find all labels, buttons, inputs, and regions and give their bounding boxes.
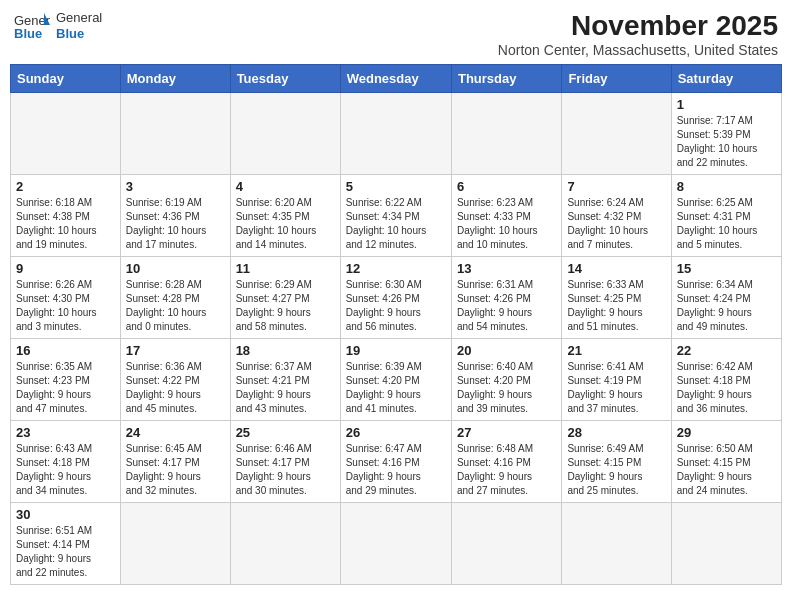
day-info: Sunrise: 6:39 AM Sunset: 4:20 PM Dayligh…	[346, 360, 446, 416]
day-info: Sunrise: 6:34 AM Sunset: 4:24 PM Dayligh…	[677, 278, 776, 334]
day-info: Sunrise: 6:33 AM Sunset: 4:25 PM Dayligh…	[567, 278, 665, 334]
day-number: 20	[457, 343, 556, 358]
day-number: 25	[236, 425, 335, 440]
calendar-cell: 22Sunrise: 6:42 AM Sunset: 4:18 PM Dayli…	[671, 339, 781, 421]
day-info: Sunrise: 6:22 AM Sunset: 4:34 PM Dayligh…	[346, 196, 446, 252]
logo-general-text: General	[56, 10, 102, 26]
logo-blue-text: Blue	[56, 26, 102, 42]
day-info: Sunrise: 7:17 AM Sunset: 5:39 PM Dayligh…	[677, 114, 776, 170]
day-number: 7	[567, 179, 665, 194]
day-number: 21	[567, 343, 665, 358]
day-number: 9	[16, 261, 115, 276]
calendar-cell: 29Sunrise: 6:50 AM Sunset: 4:15 PM Dayli…	[671, 421, 781, 503]
calendar-cell: 28Sunrise: 6:49 AM Sunset: 4:15 PM Dayli…	[562, 421, 671, 503]
calendar-cell: 6Sunrise: 6:23 AM Sunset: 4:33 PM Daylig…	[451, 175, 561, 257]
calendar-cell	[451, 93, 561, 175]
week-row-4: 16Sunrise: 6:35 AM Sunset: 4:23 PM Dayli…	[11, 339, 782, 421]
day-number: 8	[677, 179, 776, 194]
calendar-cell: 8Sunrise: 6:25 AM Sunset: 4:31 PM Daylig…	[671, 175, 781, 257]
day-number: 24	[126, 425, 225, 440]
calendar-cell: 27Sunrise: 6:48 AM Sunset: 4:16 PM Dayli…	[451, 421, 561, 503]
calendar-cell	[120, 503, 230, 585]
calendar-cell	[340, 503, 451, 585]
day-info: Sunrise: 6:23 AM Sunset: 4:33 PM Dayligh…	[457, 196, 556, 252]
day-number: 5	[346, 179, 446, 194]
calendar-cell: 17Sunrise: 6:36 AM Sunset: 4:22 PM Dayli…	[120, 339, 230, 421]
day-number: 14	[567, 261, 665, 276]
calendar-cell	[120, 93, 230, 175]
day-info: Sunrise: 6:43 AM Sunset: 4:18 PM Dayligh…	[16, 442, 115, 498]
day-info: Sunrise: 6:31 AM Sunset: 4:26 PM Dayligh…	[457, 278, 556, 334]
svg-text:Blue: Blue	[14, 26, 42, 41]
logo: General Blue General Blue	[14, 10, 102, 41]
calendar-cell	[230, 93, 340, 175]
day-info: Sunrise: 6:50 AM Sunset: 4:15 PM Dayligh…	[677, 442, 776, 498]
logo-icon: General Blue	[14, 11, 50, 41]
day-number: 29	[677, 425, 776, 440]
calendar-cell: 21Sunrise: 6:41 AM Sunset: 4:19 PM Dayli…	[562, 339, 671, 421]
month-title: November 2025	[498, 10, 778, 42]
weekday-header-row: SundayMondayTuesdayWednesdayThursdayFrid…	[11, 65, 782, 93]
header: General Blue General Blue November 2025 …	[10, 10, 782, 58]
calendar-cell	[230, 503, 340, 585]
calendar-cell: 15Sunrise: 6:34 AM Sunset: 4:24 PM Dayli…	[671, 257, 781, 339]
calendar-cell: 4Sunrise: 6:20 AM Sunset: 4:35 PM Daylig…	[230, 175, 340, 257]
calendar-cell: 20Sunrise: 6:40 AM Sunset: 4:20 PM Dayli…	[451, 339, 561, 421]
day-info: Sunrise: 6:46 AM Sunset: 4:17 PM Dayligh…	[236, 442, 335, 498]
calendar-cell: 25Sunrise: 6:46 AM Sunset: 4:17 PM Dayli…	[230, 421, 340, 503]
day-info: Sunrise: 6:24 AM Sunset: 4:32 PM Dayligh…	[567, 196, 665, 252]
day-info: Sunrise: 6:37 AM Sunset: 4:21 PM Dayligh…	[236, 360, 335, 416]
day-number: 12	[346, 261, 446, 276]
day-number: 22	[677, 343, 776, 358]
day-number: 3	[126, 179, 225, 194]
day-number: 17	[126, 343, 225, 358]
day-number: 23	[16, 425, 115, 440]
day-info: Sunrise: 6:28 AM Sunset: 4:28 PM Dayligh…	[126, 278, 225, 334]
calendar-cell	[451, 503, 561, 585]
calendar-cell: 26Sunrise: 6:47 AM Sunset: 4:16 PM Dayli…	[340, 421, 451, 503]
calendar-cell: 13Sunrise: 6:31 AM Sunset: 4:26 PM Dayli…	[451, 257, 561, 339]
calendar-cell	[11, 93, 121, 175]
day-number: 19	[346, 343, 446, 358]
day-info: Sunrise: 6:20 AM Sunset: 4:35 PM Dayligh…	[236, 196, 335, 252]
calendar-cell: 3Sunrise: 6:19 AM Sunset: 4:36 PM Daylig…	[120, 175, 230, 257]
day-number: 4	[236, 179, 335, 194]
day-number: 2	[16, 179, 115, 194]
day-info: Sunrise: 6:47 AM Sunset: 4:16 PM Dayligh…	[346, 442, 446, 498]
day-info: Sunrise: 6:40 AM Sunset: 4:20 PM Dayligh…	[457, 360, 556, 416]
title-area: November 2025 Norton Center, Massachuset…	[498, 10, 778, 58]
calendar-cell: 11Sunrise: 6:29 AM Sunset: 4:27 PM Dayli…	[230, 257, 340, 339]
calendar-cell	[562, 503, 671, 585]
day-number: 18	[236, 343, 335, 358]
day-info: Sunrise: 6:25 AM Sunset: 4:31 PM Dayligh…	[677, 196, 776, 252]
calendar: SundayMondayTuesdayWednesdayThursdayFrid…	[10, 64, 782, 585]
weekday-header-tuesday: Tuesday	[230, 65, 340, 93]
calendar-cell: 18Sunrise: 6:37 AM Sunset: 4:21 PM Dayli…	[230, 339, 340, 421]
weekday-header-friday: Friday	[562, 65, 671, 93]
calendar-cell: 5Sunrise: 6:22 AM Sunset: 4:34 PM Daylig…	[340, 175, 451, 257]
day-info: Sunrise: 6:30 AM Sunset: 4:26 PM Dayligh…	[346, 278, 446, 334]
weekday-header-sunday: Sunday	[11, 65, 121, 93]
weekday-header-saturday: Saturday	[671, 65, 781, 93]
week-row-3: 9Sunrise: 6:26 AM Sunset: 4:30 PM Daylig…	[11, 257, 782, 339]
calendar-cell: 16Sunrise: 6:35 AM Sunset: 4:23 PM Dayli…	[11, 339, 121, 421]
calendar-cell	[671, 503, 781, 585]
day-number: 10	[126, 261, 225, 276]
day-info: Sunrise: 6:45 AM Sunset: 4:17 PM Dayligh…	[126, 442, 225, 498]
day-info: Sunrise: 6:29 AM Sunset: 4:27 PM Dayligh…	[236, 278, 335, 334]
day-info: Sunrise: 6:42 AM Sunset: 4:18 PM Dayligh…	[677, 360, 776, 416]
calendar-cell	[562, 93, 671, 175]
weekday-header-monday: Monday	[120, 65, 230, 93]
day-info: Sunrise: 6:26 AM Sunset: 4:30 PM Dayligh…	[16, 278, 115, 334]
day-info: Sunrise: 6:41 AM Sunset: 4:19 PM Dayligh…	[567, 360, 665, 416]
calendar-cell: 1Sunrise: 7:17 AM Sunset: 5:39 PM Daylig…	[671, 93, 781, 175]
day-number: 6	[457, 179, 556, 194]
day-info: Sunrise: 6:48 AM Sunset: 4:16 PM Dayligh…	[457, 442, 556, 498]
calendar-cell: 12Sunrise: 6:30 AM Sunset: 4:26 PM Dayli…	[340, 257, 451, 339]
location-title: Norton Center, Massachusetts, United Sta…	[498, 42, 778, 58]
day-number: 27	[457, 425, 556, 440]
weekday-header-wednesday: Wednesday	[340, 65, 451, 93]
calendar-cell: 14Sunrise: 6:33 AM Sunset: 4:25 PM Dayli…	[562, 257, 671, 339]
day-number: 26	[346, 425, 446, 440]
calendar-cell	[340, 93, 451, 175]
